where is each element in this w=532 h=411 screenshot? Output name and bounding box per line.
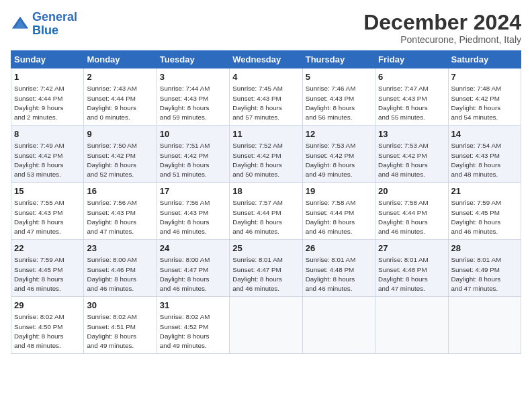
calendar-cell: 5Sunrise: 7:46 AM Sunset: 4:43 PM Daylig…	[302, 68, 375, 126]
day-info: Sunrise: 8:01 AM Sunset: 4:49 PM Dayligh…	[451, 255, 518, 293]
calendar-week-2: 8Sunrise: 7:49 AM Sunset: 4:42 PM Daylig…	[11, 126, 521, 183]
calendar-table: SundayMondayTuesdayWednesdayThursdayFrid…	[11, 50, 521, 354]
day-number: 4	[232, 71, 299, 83]
calendar-cell: 10Sunrise: 7:51 AM Sunset: 4:42 PM Dayli…	[157, 126, 229, 183]
calendar-cell: 22Sunrise: 7:59 AM Sunset: 4:45 PM Dayli…	[11, 240, 84, 297]
calendar-cell: 23Sunrise: 8:00 AM Sunset: 4:46 PM Dayli…	[84, 240, 157, 297]
calendar-cell: 18Sunrise: 7:57 AM Sunset: 4:44 PM Dayli…	[230, 183, 302, 240]
day-number: 13	[378, 128, 445, 140]
day-info: Sunrise: 7:53 AM Sunset: 4:42 PM Dayligh…	[378, 141, 445, 179]
month-title: December 2024	[363, 11, 521, 34]
calendar-cell	[448, 297, 521, 354]
day-info: Sunrise: 7:50 AM Sunset: 4:42 PM Dayligh…	[87, 141, 153, 179]
calendar-cell: 7Sunrise: 7:48 AM Sunset: 4:42 PM Daylig…	[448, 68, 521, 126]
day-number: 25	[232, 242, 299, 255]
calendar-cell: 12Sunrise: 7:53 AM Sunset: 4:42 PM Dayli…	[302, 126, 375, 183]
day-header-sunday: Sunday	[11, 51, 84, 68]
header: General Blue December 2024 Pontecurone, …	[11, 11, 521, 45]
day-info: Sunrise: 7:43 AM Sunset: 4:44 PM Dayligh…	[87, 84, 153, 122]
day-info: Sunrise: 8:02 AM Sunset: 4:52 PM Dayligh…	[160, 312, 226, 351]
calendar-cell: 30Sunrise: 8:02 AM Sunset: 4:51 PM Dayli…	[84, 297, 157, 354]
calendar-cell: 21Sunrise: 7:59 AM Sunset: 4:45 PM Dayli…	[448, 183, 521, 240]
day-number: 20	[378, 185, 445, 197]
day-info: Sunrise: 7:54 AM Sunset: 4:43 PM Dayligh…	[451, 141, 518, 179]
day-number: 31	[160, 300, 226, 312]
calendar-cell: 19Sunrise: 7:58 AM Sunset: 4:44 PM Dayli…	[302, 183, 375, 240]
day-number: 30	[87, 300, 153, 312]
day-number: 14	[451, 128, 518, 140]
day-number: 11	[232, 128, 299, 140]
day-info: Sunrise: 7:48 AM Sunset: 4:42 PM Dayligh…	[451, 84, 518, 122]
day-info: Sunrise: 7:44 AM Sunset: 4:43 PM Dayligh…	[160, 84, 226, 122]
calendar-cell: 31Sunrise: 8:02 AM Sunset: 4:52 PM Dayli…	[157, 297, 229, 354]
day-number: 29	[14, 300, 81, 312]
day-number: 23	[87, 242, 153, 255]
calendar-cell: 8Sunrise: 7:49 AM Sunset: 4:42 PM Daylig…	[11, 126, 84, 183]
day-info: Sunrise: 7:49 AM Sunset: 4:42 PM Dayligh…	[14, 141, 81, 179]
day-number: 26	[306, 242, 372, 255]
day-header-wednesday: Wednesday	[230, 51, 302, 68]
calendar-cell: 2Sunrise: 7:43 AM Sunset: 4:44 PM Daylig…	[84, 68, 157, 126]
day-info: Sunrise: 8:02 AM Sunset: 4:51 PM Dayligh…	[87, 312, 153, 351]
calendar-cell: 15Sunrise: 7:55 AM Sunset: 4:43 PM Dayli…	[11, 183, 84, 240]
day-number: 28	[451, 242, 518, 255]
day-info: Sunrise: 7:58 AM Sunset: 4:44 PM Dayligh…	[378, 198, 445, 236]
day-number: 6	[378, 71, 445, 83]
day-info: Sunrise: 8:00 AM Sunset: 4:47 PM Dayligh…	[160, 255, 226, 293]
day-info: Sunrise: 8:01 AM Sunset: 4:48 PM Dayligh…	[378, 255, 445, 293]
day-info: Sunrise: 7:58 AM Sunset: 4:44 PM Dayligh…	[306, 198, 372, 236]
calendar-cell: 6Sunrise: 7:47 AM Sunset: 4:43 PM Daylig…	[375, 68, 448, 126]
day-info: Sunrise: 8:01 AM Sunset: 4:47 PM Dayligh…	[232, 255, 299, 293]
day-info: Sunrise: 7:57 AM Sunset: 4:44 PM Dayligh…	[232, 198, 299, 236]
day-header-tuesday: Tuesday	[157, 51, 229, 68]
day-number: 10	[160, 128, 226, 140]
calendar-cell: 26Sunrise: 8:01 AM Sunset: 4:48 PM Dayli…	[302, 240, 375, 297]
day-number: 2	[87, 71, 153, 83]
day-info: Sunrise: 7:59 AM Sunset: 4:45 PM Dayligh…	[451, 198, 518, 236]
calendar-week-3: 15Sunrise: 7:55 AM Sunset: 4:43 PM Dayli…	[11, 183, 521, 240]
day-number: 8	[14, 128, 81, 140]
day-info: Sunrise: 8:00 AM Sunset: 4:46 PM Dayligh…	[87, 255, 153, 293]
calendar-cell: 3Sunrise: 7:44 AM Sunset: 4:43 PM Daylig…	[157, 68, 229, 126]
calendar-cell: 16Sunrise: 7:56 AM Sunset: 4:43 PM Dayli…	[84, 183, 157, 240]
day-info: Sunrise: 7:52 AM Sunset: 4:42 PM Dayligh…	[232, 141, 299, 179]
calendar-cell: 14Sunrise: 7:54 AM Sunset: 4:43 PM Dayli…	[448, 126, 521, 183]
day-info: Sunrise: 7:46 AM Sunset: 4:43 PM Dayligh…	[306, 84, 372, 122]
calendar-cell	[230, 297, 302, 354]
day-header-friday: Friday	[375, 51, 448, 68]
calendar-cell: 25Sunrise: 8:01 AM Sunset: 4:47 PM Dayli…	[230, 240, 302, 297]
calendar-cell: 4Sunrise: 7:45 AM Sunset: 4:43 PM Daylig…	[230, 68, 302, 126]
day-info: Sunrise: 7:55 AM Sunset: 4:43 PM Dayligh…	[14, 198, 81, 236]
calendar-cell: 17Sunrise: 7:56 AM Sunset: 4:43 PM Dayli…	[157, 183, 229, 240]
day-header-thursday: Thursday	[302, 51, 375, 68]
calendar-cell	[302, 297, 375, 354]
logo: General Blue	[11, 11, 77, 38]
calendar-week-1: 1Sunrise: 7:42 AM Sunset: 4:44 PM Daylig…	[11, 68, 521, 126]
day-number: 18	[232, 185, 299, 197]
day-number: 7	[451, 71, 518, 83]
day-info: Sunrise: 7:47 AM Sunset: 4:43 PM Dayligh…	[378, 84, 445, 122]
day-number: 27	[378, 242, 445, 255]
logo-text: General Blue	[32, 11, 77, 38]
day-info: Sunrise: 7:42 AM Sunset: 4:44 PM Dayligh…	[14, 84, 81, 122]
day-number: 9	[87, 128, 153, 140]
day-number: 12	[306, 128, 372, 140]
day-number: 1	[14, 71, 81, 83]
calendar-cell: 13Sunrise: 7:53 AM Sunset: 4:42 PM Dayli…	[375, 126, 448, 183]
calendar-cell: 24Sunrise: 8:00 AM Sunset: 4:47 PM Dayli…	[157, 240, 229, 297]
location-subtitle: Pontecurone, Piedmont, Italy	[363, 34, 521, 45]
logo-icon	[11, 15, 30, 34]
day-number: 21	[451, 185, 518, 197]
day-number: 3	[160, 71, 226, 83]
day-number: 5	[306, 71, 372, 83]
day-info: Sunrise: 7:56 AM Sunset: 4:43 PM Dayligh…	[160, 198, 226, 236]
calendar-week-4: 22Sunrise: 7:59 AM Sunset: 4:45 PM Dayli…	[11, 240, 521, 297]
day-info: Sunrise: 7:56 AM Sunset: 4:43 PM Dayligh…	[87, 198, 153, 236]
day-info: Sunrise: 7:51 AM Sunset: 4:42 PM Dayligh…	[160, 141, 226, 179]
calendar-cell: 27Sunrise: 8:01 AM Sunset: 4:48 PM Dayli…	[375, 240, 448, 297]
day-number: 22	[14, 242, 81, 255]
day-info: Sunrise: 7:45 AM Sunset: 4:43 PM Dayligh…	[232, 84, 299, 122]
day-info: Sunrise: 7:53 AM Sunset: 4:42 PM Dayligh…	[306, 141, 372, 179]
calendar-cell: 28Sunrise: 8:01 AM Sunset: 4:49 PM Dayli…	[448, 240, 521, 297]
calendar-cell: 29Sunrise: 8:02 AM Sunset: 4:50 PM Dayli…	[11, 297, 84, 354]
